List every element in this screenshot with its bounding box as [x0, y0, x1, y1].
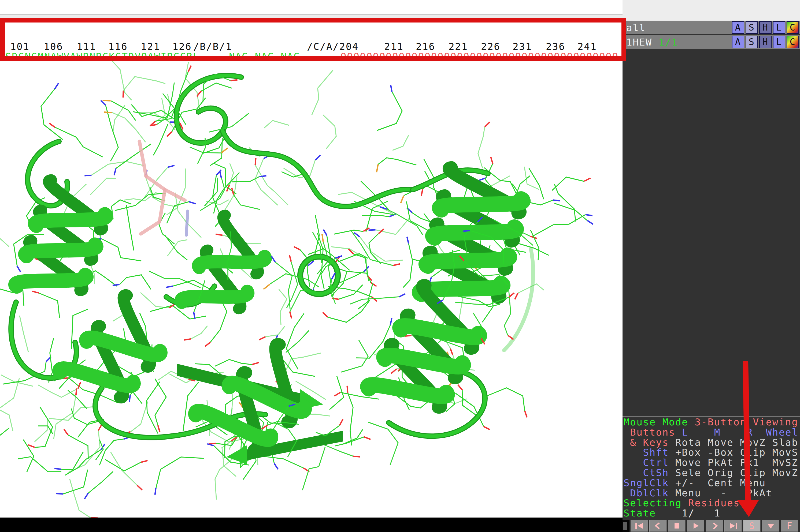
all-c-menu-button[interactable]: C: [787, 21, 799, 34]
1hew-h-menu-button[interactable]: H: [759, 36, 771, 48]
sequence-tick: 101: [10, 42, 30, 52]
step-back-button[interactable]: [649, 520, 667, 532]
mouse-panel-line-8: Selecting Residues: [622, 498, 800, 508]
sequence-tick: 221: [449, 42, 468, 52]
sequence-bar: 101106111116121126/B/B/1/C/A/20421121622…: [0, 18, 622, 61]
mouse-panel-line-6: SnglClk +/- Cent Menu: [622, 478, 800, 488]
object-row-all[interactable]: allASHLC: [622, 21, 800, 34]
full-button[interactable]: F: [781, 520, 798, 532]
down-icon: [765, 521, 777, 530]
mouse-panel-line-0: Mouse Mode 3-Button Viewing: [622, 417, 800, 427]
transport-corner-handle: [623, 522, 628, 530]
state-s-button[interactable]: S: [743, 520, 761, 532]
sequence-tick: 116: [108, 42, 128, 52]
top-margin: [0, 0, 622, 14]
mouse-mode-panel: Mouse Mode 3-Button Viewing Buttons L M …: [622, 417, 800, 520]
1hew-c-menu-button[interactable]: C: [787, 36, 799, 48]
mouse-panel-line-5: CtSh Sele Orig Clip MovZ: [622, 468, 800, 478]
step-forward-icon: [709, 521, 721, 530]
sequence-letters: SDGNGMNAWVAWRNRCKGTDVQAWIRGCRLNAG NAG NA…: [0, 52, 622, 62]
skip-end-icon: [727, 521, 739, 530]
all-h-menu-button[interactable]: H: [759, 21, 771, 34]
sequence-chain-c-waters[interactable]: OOOOOOOOOOOOOOOOOOOOOOOOOOOOOOOOOOOOOOOO…: [341, 52, 618, 61]
pymol-window: 101106111116121126/B/B/1/C/A/20421121622…: [0, 0, 800, 532]
transport-controls: SF: [622, 520, 800, 532]
command-bar[interactable]: [0, 517, 622, 532]
all-a-menu-button[interactable]: A: [732, 21, 744, 34]
mouse-panel-line-3: Shft +Box -Box Clip MovS: [622, 448, 800, 458]
sequence-tick: 236: [546, 42, 565, 52]
object-row-1HEW[interactable]: 1HEW 1/1ASHLC: [622, 35, 800, 49]
sequence-tick: /C/A/204: [307, 42, 359, 52]
play-button[interactable]: [687, 520, 704, 532]
sequence-tick: 216: [416, 42, 435, 52]
side-panel-top: [622, 0, 800, 21]
skip-start-icon: [634, 521, 645, 530]
sequence-tick: 211: [384, 42, 403, 52]
object-state-count: 1/1: [652, 37, 678, 48]
transport-corner: [622, 520, 630, 532]
object-name[interactable]: 1HEW: [626, 37, 652, 48]
play-icon: [690, 521, 702, 530]
sequence-tick: 111: [77, 42, 96, 52]
sequence-tick: 226: [481, 42, 500, 52]
sequence-tick: /B/B/1: [193, 42, 232, 52]
sequence-ligands-nag[interactable]: NAG NAG NAG: [229, 52, 300, 61]
step-back-icon: [652, 521, 664, 530]
skip-start-button[interactable]: [631, 520, 648, 532]
skip-end-button[interactable]: [724, 520, 742, 532]
step-forward-button[interactable]: [706, 520, 723, 532]
down-button[interactable]: [762, 520, 779, 532]
1hew-s-menu-button[interactable]: S: [746, 36, 758, 48]
stop-button[interactable]: [668, 520, 686, 532]
molecule-svg: [0, 61, 622, 517]
mouse-panel-line-1: Buttons L M R Wheel: [622, 427, 800, 437]
sequence-tick: 106: [44, 42, 63, 52]
mouse-panel-line-2: & Keys Rota Move MovZ Slab: [622, 437, 800, 448]
mouse-panel-line-9: State 1/ 1: [622, 508, 800, 518]
sequence-tick: 126: [172, 42, 192, 52]
sequence-tick: 121: [141, 42, 160, 52]
viewport-3d[interactable]: [0, 61, 622, 517]
1hew-a-menu-button[interactable]: A: [732, 36, 744, 48]
all-l-menu-button[interactable]: L: [773, 21, 785, 34]
all-s-menu-button[interactable]: S: [746, 21, 758, 34]
sequence-ruler: 101106111116121126/B/B/1/C/A/20421121622…: [0, 42, 622, 52]
1hew-l-menu-button[interactable]: L: [773, 36, 785, 48]
object-name[interactable]: all: [626, 22, 646, 33]
sequence-tick: 231: [513, 42, 532, 52]
mouse-panel-line-4: Ctrl Move PkAt Pk1 MvSZ: [622, 458, 800, 468]
sequence-tick: 241: [578, 42, 597, 52]
stop-icon: [671, 521, 683, 530]
sequence-chain-b[interactable]: SDGNGMNAWVAWRNRCKGTDVQAWIRGCRL: [5, 52, 199, 61]
mouse-panel-line-7: DblClk Menu - PkAt: [622, 488, 800, 498]
